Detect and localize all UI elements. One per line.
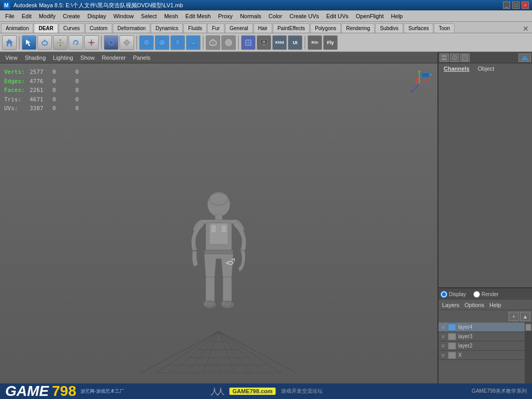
toolbar-cylinder-button[interactable] bbox=[170, 35, 185, 50]
shelf-tab-fur[interactable]: Fur bbox=[207, 23, 224, 33]
menu-mesh[interactable]: Mesh bbox=[161, 12, 181, 20]
minimize-button[interactable]: _ bbox=[503, 2, 510, 9]
menu-openflight[interactable]: OpenFlight bbox=[353, 12, 387, 20]
window-controls[interactable]: _ □ × bbox=[503, 2, 529, 9]
layer-row-1[interactable]: V layer3 bbox=[438, 332, 525, 341]
layer-check-2[interactable] bbox=[448, 342, 456, 350]
viewport[interactable]: Verts: 2577 0 0 Edges: 4776 0 0 Faces: 2… bbox=[0, 63, 437, 383]
viewport-menu-shading[interactable]: Shading bbox=[22, 54, 49, 62]
render-radio-input[interactable] bbox=[473, 291, 480, 298]
menu-window[interactable]: Window bbox=[110, 12, 137, 20]
shelf-tab-subdivs[interactable]: Subdivs bbox=[375, 23, 403, 33]
layer-row-3[interactable]: V X bbox=[438, 351, 525, 360]
shelf-tab-rendering[interactable]: Rendering bbox=[341, 23, 375, 33]
menu-help[interactable]: Help bbox=[388, 12, 406, 20]
toolbar-plane-button[interactable] bbox=[186, 35, 201, 50]
shelf-tab-polygons[interactable]: Polygons bbox=[310, 23, 341, 33]
toolbar-fly-button[interactable]: Fly bbox=[323, 35, 338, 50]
svg-rect-8 bbox=[60, 42, 61, 43]
shelf-tabs: Animation DEAR Curves Custom Deformation… bbox=[0, 22, 532, 33]
close-button[interactable]: × bbox=[522, 2, 529, 9]
shelf-tab-dear[interactable]: DEAR bbox=[34, 23, 58, 33]
toolbar-home-button[interactable] bbox=[2, 35, 17, 50]
layer-menu-options[interactable]: Options bbox=[463, 301, 486, 309]
toolbar-cube-button[interactable] bbox=[139, 35, 154, 50]
toolbar-select-button[interactable] bbox=[22, 35, 36, 50]
shelf-tab-custom[interactable]: Custom bbox=[85, 23, 112, 33]
layer-check-1[interactable] bbox=[448, 333, 456, 340]
toolbar-snap-button[interactable] bbox=[119, 35, 134, 50]
svg-marker-4 bbox=[59, 39, 61, 41]
menu-file[interactable]: File bbox=[2, 12, 18, 20]
display-radio-input[interactable] bbox=[441, 291, 447, 298]
channel-icon-3[interactable] bbox=[460, 54, 470, 62]
shelf-tab-toon[interactable]: Toon bbox=[434, 23, 455, 33]
viewport-menu-show[interactable]: Show bbox=[77, 54, 98, 62]
layer-row-0[interactable]: V layer4 bbox=[438, 323, 525, 332]
shelf-tab-deformation[interactable]: Deformation bbox=[113, 23, 150, 33]
maximize-button[interactable]: □ bbox=[512, 2, 520, 9]
layer-name-2: layer2 bbox=[457, 343, 524, 349]
toolbar-soft-select-button[interactable] bbox=[104, 35, 118, 50]
toolbar-sphere-button[interactable] bbox=[155, 35, 169, 50]
menu-create-uvs[interactable]: Create UVs bbox=[286, 12, 322, 20]
menu-select[interactable]: Select bbox=[138, 12, 160, 20]
channel-icon-2[interactable] bbox=[450, 54, 459, 62]
menu-edit-uvs[interactable]: Edit UVs bbox=[323, 12, 352, 20]
layer-check-3[interactable] bbox=[448, 352, 456, 359]
viewport-menu-panels[interactable]: Panels bbox=[130, 54, 154, 62]
channel-tab-object[interactable]: Object bbox=[476, 64, 497, 73]
shelf-tab-painteffects[interactable]: PaintEffects bbox=[273, 23, 310, 33]
menu-modify[interactable]: Modify bbox=[36, 12, 59, 20]
menu-display[interactable]: Display bbox=[84, 12, 109, 20]
channel-tab-channels[interactable]: Channels bbox=[442, 64, 472, 73]
menu-create[interactable]: Create bbox=[60, 12, 83, 20]
menu-edit-mesh[interactable]: Edit Mesh bbox=[182, 12, 214, 20]
title-text: M Autodesk Maya 8.5: E:\个人文件\黑乌突击队视频DVD\… bbox=[3, 2, 183, 9]
layer-menu-layers[interactable]: Layers bbox=[441, 301, 461, 309]
shelf-tab-fluids[interactable]: Fluids bbox=[183, 23, 207, 33]
stat-edges-label: Edges: bbox=[4, 77, 28, 86]
toolbar-lasso-button[interactable] bbox=[37, 35, 52, 50]
watermark-forum: 游戏开发交流论坛 bbox=[281, 388, 323, 395]
channel-nav-icon[interactable] bbox=[518, 54, 531, 62]
svg-rect-54 bbox=[204, 250, 233, 254]
layer-scrollbar-thumb[interactable] bbox=[525, 324, 531, 331]
layer-check-0[interactable] bbox=[448, 324, 456, 331]
toolbar-move-button[interactable] bbox=[53, 35, 68, 50]
viewport-menu-renderer[interactable]: Renderer bbox=[99, 54, 129, 62]
render-radio-label[interactable]: Render bbox=[473, 291, 499, 298]
toolbar-wireframe-button[interactable] bbox=[206, 35, 220, 50]
shelf-tab-animation[interactable]: Animation bbox=[1, 23, 33, 33]
layer-scrollbar[interactable] bbox=[525, 323, 532, 383]
menu-normals[interactable]: Normals bbox=[237, 12, 264, 20]
layer-row-2[interactable]: V layer2 bbox=[438, 341, 525, 351]
toolbar-ui-button[interactable]: UI bbox=[288, 35, 302, 50]
menu-edit[interactable]: Edit bbox=[19, 12, 35, 20]
shelf-tab-curves[interactable]: Curves bbox=[59, 23, 85, 33]
toolbar-scale-button[interactable] bbox=[84, 35, 99, 50]
layer-add-button[interactable]: + bbox=[509, 312, 519, 321]
toolbar-smooth-button[interactable] bbox=[221, 35, 236, 50]
shelf-close-button[interactable]: ✕ bbox=[521, 24, 531, 33]
toolbar-rotate-button[interactable] bbox=[69, 35, 83, 50]
viewport-model bbox=[167, 170, 271, 352]
shelf-tab-surfaces[interactable]: Surfaces bbox=[404, 23, 433, 33]
shelf-tab-general[interactable]: General bbox=[225, 23, 253, 33]
layer-scroll-up[interactable]: ▲ bbox=[520, 312, 530, 321]
toolbar-separator-1 bbox=[19, 36, 20, 49]
menu-proxy[interactable]: Proxy bbox=[215, 12, 236, 20]
shelf-tab-dynamics[interactable]: Dynamics bbox=[151, 23, 183, 33]
toolbar-render-button[interactable] bbox=[257, 35, 271, 50]
toolbar-uv-button[interactable] bbox=[241, 35, 256, 50]
toolbar-kin-button[interactable]: Kin bbox=[308, 35, 322, 50]
channel-icon-1[interactable] bbox=[440, 54, 449, 62]
viewport-menu-view[interactable]: View bbox=[2, 54, 21, 62]
viewport-menu-lighting[interactable]: Lighting bbox=[50, 54, 76, 62]
toolbar-xhold-button[interactable]: Xhld bbox=[272, 35, 287, 50]
layer-menu-help[interactable]: Help bbox=[488, 301, 503, 309]
layer-v-2: V bbox=[440, 343, 447, 349]
menu-color[interactable]: Color bbox=[265, 12, 285, 20]
shelf-tab-hair[interactable]: Hair bbox=[254, 23, 272, 33]
display-radio-label[interactable]: Display bbox=[441, 291, 466, 298]
